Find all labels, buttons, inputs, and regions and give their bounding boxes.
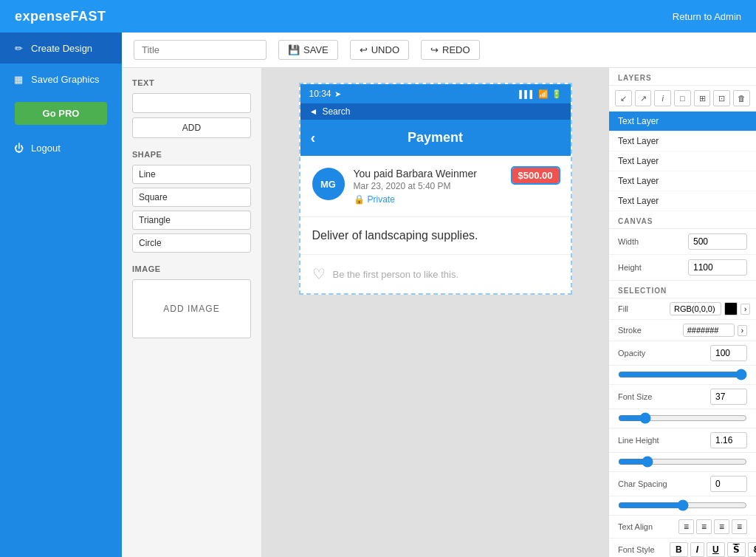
phone-mockup: 10:34 ➤ ▌▌▌ 📶 🔋 ◄ Search [299,83,572,295]
create-design-icon: ✏ [12,41,25,55]
height-input[interactable] [688,259,747,276]
layer-tool-rect[interactable]: □ [674,90,691,106]
search-text: Search [322,106,350,117]
char-spacing-slider[interactable] [618,499,747,511]
layer-tool-up[interactable]: ↗ [635,90,652,106]
underline-button[interactable]: U [707,542,725,557]
payment-privacy: 🔒 Private [354,194,504,205]
align-left-button[interactable]: ≡ [678,519,694,534]
opacity-input[interactable] [710,345,747,361]
char-spacing-input[interactable] [710,476,747,492]
layer-tool-copy[interactable]: ⊞ [694,90,711,106]
like-section: ♡ Be the first person to like this. [300,255,571,293]
layers-title: LAYERS [609,68,756,86]
height-label: Height [618,263,642,272]
canvas-width-setting: Width [609,229,756,255]
payment-date: Mar 23, 2020 at 5:40 PM [354,181,504,191]
signal-icon: ▌▌▌ [519,90,535,98]
payment-name: You paid Barbara Weinmer [354,168,504,180]
sidebar-item-create-design[interactable]: ✏ Create Design [0,33,122,64]
sidebar-item-saved-graphics[interactable]: ▦ Saved Graphics [0,64,122,95]
line-height-slider[interactable] [618,456,747,468]
align-center-button[interactable]: ≡ [696,519,712,534]
bold-button[interactable]: B [670,542,688,557]
text-align-buttons: ≡ ≡ ≡ ≡ [678,519,747,534]
layer-item-5[interactable]: Text Layer [609,191,756,211]
battery-icon: 🔋 [551,89,562,99]
right-panel: LAYERS ↙ ↗ i □ ⊞ ⊡ 🗑 Text Layer Text Lay… [608,68,756,557]
canvas-area[interactable]: 10:34 ➤ ▌▌▌ 📶 🔋 ◄ Search [262,68,608,557]
font-style-row: Font Style B I U S̄ S [609,539,756,557]
opacity-slider[interactable] [618,369,747,380]
width-input[interactable] [688,233,747,250]
add-image-button[interactable]: ADD IMAGE [132,279,251,338]
fill-value: › [670,302,750,315]
sidebar-item-logout[interactable]: ⏻ Logout [0,132,122,163]
redo-button[interactable]: ↪ REDO [421,40,480,60]
go-pro-button[interactable]: Go PRO [15,102,107,125]
char-spacing-label: Char Spacing [618,479,670,488]
app-logo: expenseFAST [15,9,106,24]
fill-color-box[interactable] [724,302,738,315]
line-height-input[interactable] [710,432,747,448]
like-text: Be the first person to like this. [333,269,459,280]
opacity-label: Opacity [618,349,670,358]
left-panel: TEXT ADD SHAPE Line Square Triangle Circ… [122,68,262,557]
shape-square-button[interactable]: Square [132,188,251,207]
text-input[interactable] [132,93,251,113]
stroke-value: › [683,324,747,337]
return-to-admin-link[interactable]: Return to Admin [673,11,741,22]
layer-item-3[interactable]: Text Layer [609,151,756,171]
undo-button[interactable]: ↩ UNDO [350,40,409,60]
sidebar-item-label-saved-graphics: Saved Graphics [31,74,100,85]
layer-item-4[interactable]: Text Layer [609,171,756,191]
text-section: TEXT ADD [132,78,251,138]
font-size-slider[interactable] [618,412,747,424]
sidebar-item-label-create-design: Create Design [31,43,92,54]
text-section-title: TEXT [132,78,251,87]
fill-chevron[interactable]: › [740,304,750,315]
font-size-input[interactable] [710,389,747,405]
avatar: MG [312,168,345,200]
work-area: TEXT ADD SHAPE Line Square Triangle Circ… [122,68,756,557]
save-icon: 💾 [288,44,300,55]
back-arrow-icon[interactable]: ◄ [309,106,318,117]
font-style-label: Font Style [618,545,670,554]
title-input[interactable] [134,40,267,60]
image-section-title: IMAGE [132,264,251,273]
strikethrough-button[interactable]: S̄ [727,542,746,557]
layer-tool-arrange[interactable]: ⊡ [713,90,730,106]
layer-tool-down[interactable]: ↙ [615,90,632,106]
payment-amount[interactable]: $500.00 [512,168,559,183]
canvas-height-setting: Height [609,255,756,281]
shape-line-button[interactable]: Line [132,165,251,184]
line-height-range-row [609,453,756,472]
align-right-button[interactable]: ≡ [714,519,729,534]
strikeout-button[interactable]: S [748,542,756,557]
shape-triangle-button[interactable]: Triangle [132,211,251,230]
undo-icon: ↩ [360,44,368,55]
save-button[interactable]: 💾 SAVE [278,40,338,60]
font-size-label: Font Size [618,392,670,401]
stroke-chevron[interactable]: › [738,325,747,336]
add-text-button[interactable]: ADD [132,117,251,138]
stroke-input[interactable] [683,324,735,337]
line-height-label: Line Height [618,436,670,445]
fill-input[interactable] [670,302,721,315]
layers-toolbar: ↙ ↗ i □ ⊞ ⊡ 🗑 [609,86,756,112]
header-back-button[interactable]: ‹ [311,129,316,146]
phone-status-bar: 10:34 ➤ ▌▌▌ 📶 🔋 [300,84,571,103]
italic-button[interactable]: I [690,542,704,557]
status-right: ▌▌▌ 📶 🔋 [519,89,561,99]
align-justify-button[interactable]: ≡ [732,519,747,534]
layer-tool-delete[interactable]: 🗑 [733,90,750,106]
main-layout: ✏ Create Design ▦ Saved Graphics Go PRO … [0,33,756,557]
layer-tool-italic[interactable]: i [654,90,671,106]
shape-circle-button[interactable]: Circle [132,233,251,253]
heart-icon[interactable]: ♡ [312,265,326,283]
layer-item-1[interactable]: Text Layer [609,112,756,131]
layer-item-2[interactable]: Text Layer [609,131,756,151]
width-label: Width [618,237,639,246]
wifi-icon: 📶 [538,89,549,99]
font-style-buttons: B I U S̄ S [670,542,756,557]
